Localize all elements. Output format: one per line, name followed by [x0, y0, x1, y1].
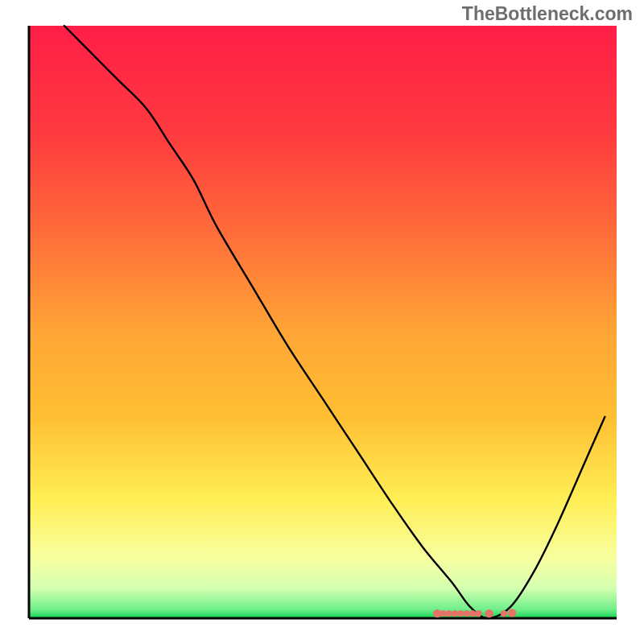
valley-marker	[452, 610, 458, 617]
valley-marker	[501, 610, 507, 617]
chart-container: TheBottleneck.com	[0, 0, 644, 644]
valley-marker	[446, 610, 452, 617]
valley-marker	[475, 610, 481, 617]
watermark-text: TheBottleneck.com	[462, 3, 633, 25]
valley-marker	[457, 610, 464, 617]
chart-svg	[0, 0, 644, 644]
valley-marker	[508, 609, 516, 617]
valley-marker	[464, 610, 470, 617]
valley-marker	[485, 609, 493, 617]
valley-marker	[440, 610, 446, 617]
plot-background	[29, 26, 617, 618]
valley-marker	[469, 610, 476, 617]
